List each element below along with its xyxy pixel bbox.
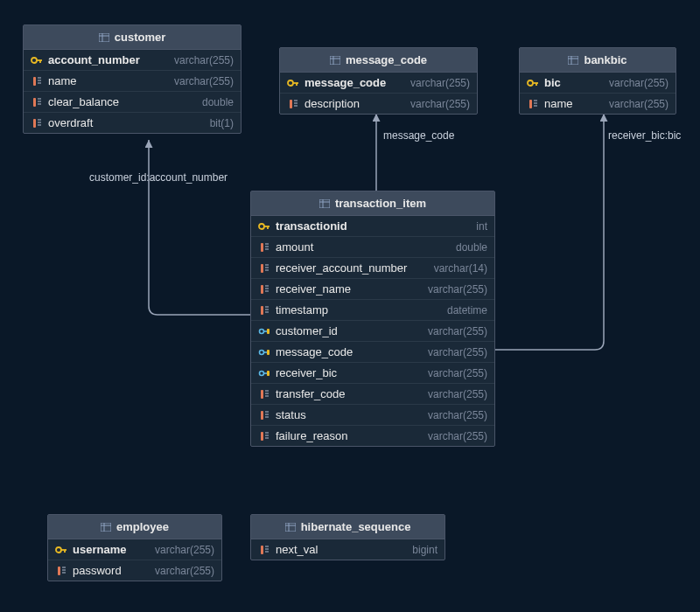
table-icon bbox=[568, 56, 578, 65]
column-type: varchar(255) bbox=[410, 77, 470, 89]
svg-rect-34 bbox=[529, 100, 532, 108]
column-row[interactable]: receiver_bicvarchar(255) bbox=[251, 363, 494, 384]
column-type: double bbox=[202, 96, 234, 108]
column-row[interactable]: receiver_account_numbervarchar(14) bbox=[251, 258, 494, 279]
svg-rect-24 bbox=[290, 100, 292, 108]
column-row[interactable]: account_numbervarchar(255) bbox=[24, 50, 241, 71]
column-type: varchar(255) bbox=[609, 77, 668, 89]
column-row[interactable]: amountdouble bbox=[251, 237, 494, 258]
column-row[interactable]: descriptionvarchar(255) bbox=[280, 94, 477, 114]
column-row[interactable]: next_valbigint bbox=[251, 539, 444, 560]
column-type: double bbox=[456, 241, 487, 254]
column-icon bbox=[258, 283, 270, 296]
table-name: hibernate_sequence bbox=[301, 520, 411, 533]
column-type: varchar(255) bbox=[428, 346, 487, 358]
column-name: amount bbox=[276, 240, 313, 254]
svg-rect-87 bbox=[58, 567, 60, 575]
table-header-employee: employee bbox=[48, 515, 221, 539]
table-icon bbox=[319, 199, 330, 208]
column-row[interactable]: message_codevarchar(255) bbox=[251, 342, 494, 363]
column-type: varchar(255) bbox=[155, 544, 214, 556]
column-row[interactable]: customer_idvarchar(255) bbox=[251, 321, 494, 342]
column-row[interactable]: namevarchar(255) bbox=[520, 94, 676, 114]
primary-key-icon bbox=[31, 54, 43, 66]
column-type: varchar(255) bbox=[174, 54, 234, 66]
column-type: varchar(255) bbox=[428, 325, 487, 337]
column-row[interactable]: receiver_namevarchar(255) bbox=[251, 279, 494, 300]
table-employee[interactable]: employee usernamevarchar(255)passwordvar… bbox=[47, 514, 222, 581]
svg-rect-68 bbox=[267, 371, 270, 376]
column-icon bbox=[258, 430, 270, 442]
column-row[interactable]: namevarchar(255) bbox=[24, 71, 241, 92]
column-type: int bbox=[476, 220, 487, 233]
table-header-customer: customer bbox=[24, 25, 241, 50]
table-bankbic[interactable]: bankbic bicvarchar(255)namevarchar(255) bbox=[519, 47, 676, 115]
svg-rect-10 bbox=[33, 98, 36, 107]
column-name: failure_reason bbox=[276, 429, 347, 442]
svg-rect-6 bbox=[33, 77, 36, 86]
column-row[interactable]: usernamevarchar(255) bbox=[48, 539, 221, 560]
column-name: transactionid bbox=[276, 219, 347, 233]
table-hibernate-sequence[interactable]: hibernate_sequence next_valbigint bbox=[250, 514, 445, 560]
column-icon bbox=[287, 98, 299, 110]
table-icon bbox=[101, 523, 111, 532]
column-row[interactable]: passwordvarchar(255) bbox=[48, 560, 221, 581]
foreign-key-icon bbox=[258, 367, 270, 379]
column-name: message_code bbox=[276, 345, 353, 358]
svg-point-41 bbox=[259, 224, 264, 229]
table-header-transaction-item: transaction_item bbox=[251, 191, 494, 216]
column-row[interactable]: bicvarchar(255) bbox=[520, 73, 676, 94]
foreign-key-icon bbox=[258, 346, 270, 358]
column-name: name bbox=[48, 74, 77, 87]
column-row[interactable]: transfer_codevarchar(255) bbox=[251, 384, 494, 405]
column-name: receiver_bic bbox=[276, 366, 337, 379]
table-name: transaction_item bbox=[335, 197, 426, 210]
svg-point-31 bbox=[528, 80, 533, 86]
column-row[interactable]: transactionidint bbox=[251, 216, 494, 237]
column-name: customer_id bbox=[276, 324, 338, 337]
column-name: clear_balance bbox=[48, 95, 119, 108]
table-header-hibernate-sequence: hibernate_sequence bbox=[251, 515, 444, 539]
svg-rect-62 bbox=[267, 329, 270, 334]
column-name: account_number bbox=[48, 53, 140, 66]
svg-rect-52 bbox=[261, 285, 263, 294]
table-message-code[interactable]: message_code message_codevarchar(255)des… bbox=[279, 47, 478, 115]
column-row[interactable]: timestampdatetime bbox=[251, 300, 494, 321]
column-name: name bbox=[544, 97, 573, 110]
svg-rect-0 bbox=[99, 33, 109, 42]
column-type: datetime bbox=[447, 304, 487, 316]
table-transaction-item[interactable]: transaction_item transactionidintamountd… bbox=[250, 191, 495, 447]
table-icon bbox=[330, 56, 340, 65]
table-icon bbox=[285, 523, 296, 532]
svg-point-66 bbox=[260, 371, 264, 375]
column-row[interactable]: failure_reasonvarchar(255) bbox=[251, 426, 494, 446]
svg-rect-91 bbox=[285, 523, 296, 532]
column-icon bbox=[258, 241, 270, 254]
svg-point-84 bbox=[56, 547, 61, 553]
column-row[interactable]: clear_balancedouble bbox=[24, 92, 241, 113]
column-row[interactable]: statusvarchar(255) bbox=[251, 405, 494, 426]
column-name: status bbox=[276, 408, 306, 421]
column-row[interactable]: message_codevarchar(255) bbox=[280, 73, 477, 94]
column-name: receiver_account_number bbox=[276, 261, 407, 275]
column-name: bic bbox=[544, 76, 561, 89]
table-name: customer bbox=[115, 31, 166, 44]
table-customer[interactable]: customer account_numbervarchar(255)namev… bbox=[23, 24, 242, 134]
column-type: varchar(255) bbox=[609, 98, 668, 110]
column-name: overdraft bbox=[48, 116, 93, 129]
table-header-bankbic: bankbic bbox=[520, 48, 676, 73]
column-type: varchar(255) bbox=[428, 430, 487, 442]
svg-rect-18 bbox=[330, 56, 340, 65]
column-row[interactable]: overdraftbit(1) bbox=[24, 113, 241, 133]
primary-key-icon bbox=[55, 544, 67, 556]
svg-rect-28 bbox=[568, 56, 578, 65]
table-body-message-code: message_codevarchar(255)descriptionvarch… bbox=[280, 73, 477, 114]
column-type: varchar(14) bbox=[434, 262, 487, 275]
primary-key-icon bbox=[527, 77, 539, 89]
column-icon bbox=[31, 75, 43, 87]
rel-label-customer: customer_id:account_number bbox=[89, 171, 228, 184]
table-name: message_code bbox=[346, 53, 427, 66]
column-icon bbox=[31, 96, 43, 108]
column-name: username bbox=[73, 543, 126, 556]
column-type: bit(1) bbox=[210, 117, 234, 129]
